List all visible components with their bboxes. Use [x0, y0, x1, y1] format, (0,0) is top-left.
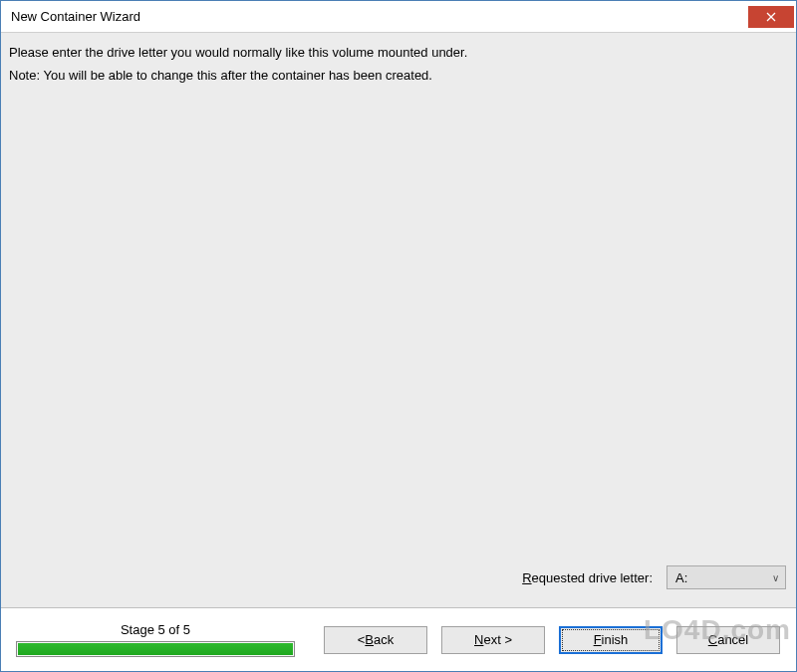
progress-fill	[18, 643, 293, 655]
titlebar: New Container Wizard	[1, 1, 796, 33]
chevron-down-icon: ∨	[772, 572, 779, 583]
cancel-button[interactable]: Cancel	[676, 626, 780, 654]
wizard-buttons: < Back Next > Finish Cancel	[300, 626, 780, 654]
close-button[interactable]	[748, 6, 794, 28]
instruction-line-1: Please enter the drive letter you would …	[9, 43, 788, 64]
finish-button[interactable]: Finish	[559, 626, 663, 654]
wizard-window: New Container Wizard Please enter the dr…	[0, 0, 797, 672]
content-area: Please enter the drive letter you would …	[1, 33, 796, 607]
next-button[interactable]: Next >	[441, 626, 545, 654]
drive-letter-label: Requested drive letter:	[522, 570, 653, 585]
stage-label: Stage 5 of 5	[121, 622, 190, 637]
instructions: Please enter the drive letter you would …	[9, 43, 788, 89]
drive-letter-row: Requested drive letter: A: ∨	[522, 565, 786, 589]
back-button[interactable]: < Back	[324, 626, 427, 654]
stage-area: Stage 5 of 5	[1, 622, 300, 657]
drive-letter-select[interactable]: A: ∨	[666, 565, 786, 589]
instruction-line-2: Note: You will be able to change this af…	[9, 66, 788, 87]
footer: Stage 5 of 5 < Back Next > Finish Cancel	[1, 607, 796, 671]
drive-letter-value: A:	[675, 570, 687, 585]
progress-bar	[16, 641, 295, 657]
window-title: New Container Wizard	[11, 9, 140, 24]
close-icon	[766, 12, 776, 22]
